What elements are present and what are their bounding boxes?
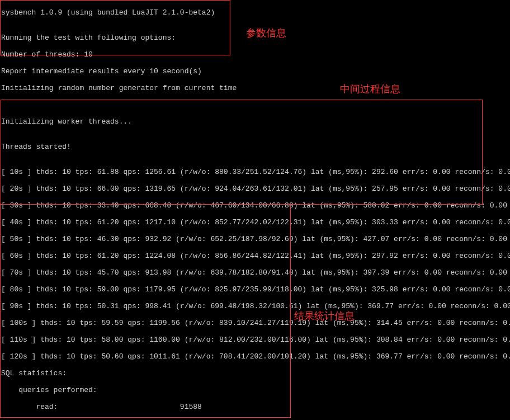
progress-line: [ 30s ] thds: 10 tps: 33.40 qps: 668.40 … bbox=[1, 201, 509, 210]
header-line: Initializing random number generator fro… bbox=[1, 84, 509, 92]
progress-line: [ 60s ] thds: 10 tps: 61.20 qps: 1224.08… bbox=[1, 252, 509, 260]
progress-line: [ 10s ] thds: 10 tps: 61.88 qps: 1256.61… bbox=[1, 168, 509, 176]
header-line: Number of threads: 10 bbox=[1, 50, 509, 59]
progress-line: [ 70s ] thds: 10 tps: 45.70 qps: 913.98 … bbox=[1, 268, 509, 277]
gap-line: Threads started! bbox=[1, 143, 509, 151]
header-line: Running the test with following options: bbox=[1, 34, 509, 42]
terminal-output: sysbench 1.0.9 (using bundled LuaJIT 2.1… bbox=[0, 0, 510, 420]
stats-line: SQL statistics: bbox=[1, 369, 509, 377]
progress-line: [ 120s ] thds: 10 tps: 50.60 qps: 1011.6… bbox=[1, 352, 509, 361]
progress-line: [ 110s ] thds: 10 tps: 58.00 qps: 1160.0… bbox=[1, 336, 509, 344]
progress-line: [ 80s ] thds: 10 tps: 59.00 qps: 1179.95… bbox=[1, 285, 509, 294]
header-line: sysbench 1.0.9 (using bundled LuaJIT 2.1… bbox=[1, 8, 509, 17]
stats-line: queries performed: bbox=[1, 386, 509, 394]
progress-line: [ 20s ] thds: 10 tps: 66.00 qps: 1319.65… bbox=[1, 185, 509, 193]
progress-line: [ 100s ] thds: 10 tps: 59.59 qps: 1199.5… bbox=[1, 319, 509, 327]
progress-line: [ 40s ] thds: 10 tps: 61.20 qps: 1217.10… bbox=[1, 218, 509, 226]
gap-line: Initializing worker threads... bbox=[1, 117, 509, 126]
stats-line: read: 91588 bbox=[1, 403, 509, 411]
progress-line: [ 50s ] thds: 10 tps: 46.30 qps: 932.92 … bbox=[1, 235, 509, 243]
header-line: Report intermediate results every 10 sec… bbox=[1, 67, 509, 75]
progress-line: [ 90s ] thds: 10 tps: 50.31 qps: 998.41 … bbox=[1, 302, 509, 310]
